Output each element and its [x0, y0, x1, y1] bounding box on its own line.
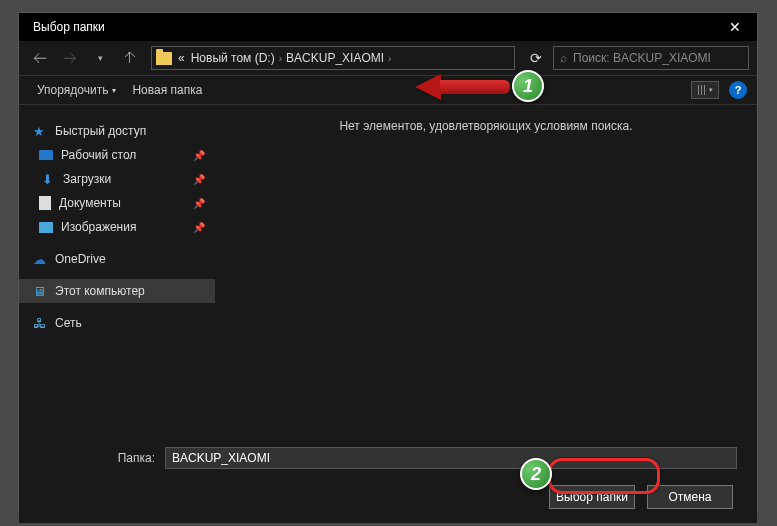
organize-button[interactable]: Упорядочить ▾ [29, 79, 124, 101]
help-button[interactable]: ? [729, 81, 747, 99]
crumb-folder[interactable]: BACKUP_XIAOMI [286, 51, 384, 65]
folder-label: Папка: [39, 451, 165, 465]
select-folder-button[interactable]: Выбор папки [549, 485, 635, 509]
new-folder-button[interactable]: Новая папка [124, 79, 210, 101]
pictures-icon [39, 222, 53, 233]
sidebar-item-network[interactable]: 🖧 Сеть [19, 311, 215, 335]
close-icon: ✕ [729, 19, 741, 35]
sidebar-item-desktop[interactable]: Рабочий стол 📌 [19, 143, 215, 167]
crumb-prefix: « [178, 51, 185, 65]
annotation-badge-2: 2 [520, 458, 552, 490]
sidebar-item-downloads[interactable]: ⬇ Загрузки 📌 [19, 167, 215, 191]
annotation-badge-1: 1 [512, 70, 544, 102]
desktop-icon [39, 150, 53, 160]
footer: Папка: Выбор папки Отмена [19, 435, 757, 523]
cancel-button[interactable]: Отмена [647, 485, 733, 509]
pin-icon: 📌 [193, 150, 205, 161]
file-list[interactable]: Нет элементов, удовлетворяющих условиям … [215, 105, 757, 435]
monitor-icon: 🖥 [31, 283, 47, 299]
back-button[interactable]: 🡠 [27, 44, 53, 72]
sidebar-item-pictures[interactable]: Изображения 📌 [19, 215, 215, 239]
forward-button[interactable]: 🡢 [57, 44, 83, 72]
sidebar-item-quick-access[interactable]: ★ Быстрый доступ [19, 119, 215, 143]
search-placeholder: Поиск: BACKUP_XIAOMI [573, 51, 711, 65]
titlebar: Выбор папки ✕ [19, 13, 757, 41]
address-bar[interactable]: « Новый том (D:) › BACKUP_XIAOMI › [151, 46, 515, 70]
search-icon: ⌕ [560, 51, 567, 65]
network-icon: 🖧 [31, 315, 47, 331]
close-button[interactable]: ✕ [713, 13, 757, 41]
pin-icon: 📌 [193, 222, 205, 233]
sidebar-item-onedrive[interactable]: ☁ OneDrive [19, 247, 215, 271]
chevron-right-icon: › [388, 53, 391, 64]
sidebar: ★ Быстрый доступ Рабочий стол 📌 ⬇ Загруз… [19, 105, 215, 435]
pin-icon: 📌 [193, 198, 205, 209]
search-input[interactable]: ⌕ Поиск: BACKUP_XIAOMI [553, 46, 749, 70]
sidebar-item-documents[interactable]: Документы 📌 [19, 191, 215, 215]
empty-message: Нет элементов, удовлетворяющих условиям … [339, 119, 632, 133]
toolbar: Упорядочить ▾ Новая папка ▾ ? [19, 75, 757, 105]
chevron-right-icon: › [279, 53, 282, 64]
up-button[interactable]: 🡡 [117, 44, 143, 72]
folder-icon [156, 52, 172, 65]
download-icon: ⬇ [39, 171, 55, 187]
recent-dropdown[interactable]: ▾ [87, 44, 113, 72]
window-title: Выбор папки [19, 20, 713, 34]
chevron-down-icon: ▾ [112, 86, 116, 95]
chevron-down-icon: ▾ [709, 86, 713, 94]
crumb-drive[interactable]: Новый том (D:) [191, 51, 275, 65]
view-selector[interactable]: ▾ [691, 81, 719, 99]
pin-icon: 📌 [193, 174, 205, 185]
cloud-icon: ☁ [31, 251, 47, 267]
body-area: ★ Быстрый доступ Рабочий стол 📌 ⬇ Загруз… [19, 105, 757, 435]
folder-select-dialog: Выбор папки ✕ 🡠 🡢 ▾ 🡡 « Новый том (D:) ›… [18, 12, 758, 514]
sidebar-item-this-pc[interactable]: 🖥 Этот компьютер [19, 279, 215, 303]
folder-name-input[interactable] [165, 447, 737, 469]
document-icon [39, 196, 51, 210]
navigation-bar: 🡠 🡢 ▾ 🡡 « Новый том (D:) › BACKUP_XIAOMI… [19, 41, 757, 75]
refresh-button[interactable]: ⟳ [523, 44, 549, 72]
star-icon: ★ [31, 123, 47, 139]
